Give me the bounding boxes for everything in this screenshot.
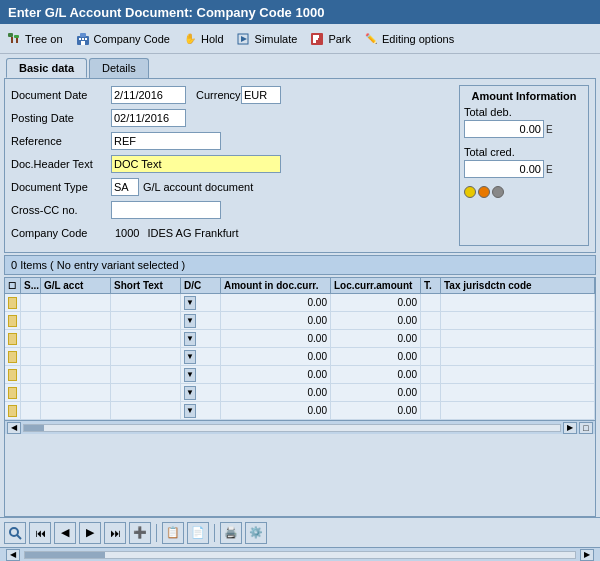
row7-dc-btn[interactable]: ▼	[184, 404, 196, 418]
row1-tax	[441, 294, 595, 311]
row4-dc[interactable]: ▼	[181, 348, 221, 365]
tab-details[interactable]: Details	[89, 58, 149, 78]
row6-dc-btn[interactable]: ▼	[184, 386, 196, 400]
total-deb-input[interactable]	[464, 120, 544, 138]
svg-marker-11	[241, 36, 247, 42]
row4-gl[interactable]	[41, 348, 111, 365]
row1-dc[interactable]: ▼	[181, 294, 221, 311]
document-date-input[interactable]	[111, 86, 186, 104]
toolbar-editing-options[interactable]: ✏️ Editing options	[363, 31, 454, 47]
park-icon	[309, 31, 325, 47]
row2-gl[interactable]	[41, 312, 111, 329]
row4-check[interactable]	[5, 348, 21, 365]
doc-header-label: Doc.Header Text	[11, 158, 111, 170]
table-row: ▼ 0.00 0.00	[5, 384, 595, 402]
btn-add[interactable]: ➕	[129, 522, 151, 544]
row7-icon	[8, 405, 17, 417]
row7-t	[421, 402, 441, 419]
row5-loc: 0.00	[331, 366, 421, 383]
scroll-left-btn[interactable]: ◀	[7, 422, 21, 434]
row3-tax	[441, 330, 595, 347]
reference-input[interactable]	[111, 132, 221, 150]
row1-gl[interactable]	[41, 294, 111, 311]
svg-rect-8	[85, 38, 87, 40]
document-type-row: Document Type G/L account document	[11, 177, 451, 197]
toolbar-hold[interactable]: ✋ Hold	[182, 31, 224, 47]
row1-check[interactable]	[5, 294, 21, 311]
row5-dc[interactable]: ▼	[181, 366, 221, 383]
hscroll-thumb[interactable]	[24, 425, 44, 431]
row1-dc-btn[interactable]: ▼	[184, 296, 196, 310]
tree-icon	[6, 31, 22, 47]
row4-t	[421, 348, 441, 365]
toolbar-park[interactable]: Park	[309, 31, 351, 47]
cross-cc-input[interactable]	[111, 201, 221, 219]
hscroll-track[interactable]	[23, 424, 561, 432]
toolbar-tree-on[interactable]: Tree on	[6, 31, 63, 47]
status-scroll-left[interactable]: ◀	[6, 549, 20, 561]
row7-tax	[441, 402, 595, 419]
btn-first[interactable]: ⏮	[29, 522, 51, 544]
table-row: ▼ 0.00 0.00	[5, 348, 595, 366]
row3-dc-btn[interactable]: ▼	[184, 332, 196, 346]
form-panel: Document Date Currency Posting Date Refe…	[4, 78, 596, 253]
row3-dc[interactable]: ▼	[181, 330, 221, 347]
btn-prev[interactable]: ◀	[54, 522, 76, 544]
posting-date-input[interactable]	[111, 109, 186, 127]
btn-copy[interactable]: 📋	[162, 522, 184, 544]
btn-search[interactable]	[4, 522, 26, 544]
row3-gl[interactable]	[41, 330, 111, 347]
row2-t	[421, 312, 441, 329]
row3-amount: 0.00	[221, 330, 331, 347]
btn-last[interactable]: ⏭	[104, 522, 126, 544]
row6-tax	[441, 384, 595, 401]
row2-dc[interactable]: ▼	[181, 312, 221, 329]
row5-gl[interactable]	[41, 366, 111, 383]
main-content: Basic data Details Document Date Currenc…	[0, 54, 600, 561]
row2-check[interactable]	[5, 312, 21, 329]
svg-point-16	[10, 528, 18, 536]
row3-check[interactable]	[5, 330, 21, 347]
toolbar-simulate[interactable]: Simulate	[236, 31, 298, 47]
row1-amount: 0.00	[221, 294, 331, 311]
tab-basic-data[interactable]: Basic data	[6, 58, 87, 78]
form-left: Document Date Currency Posting Date Refe…	[11, 85, 451, 246]
btn-next[interactable]: ▶	[79, 522, 101, 544]
row5-dc-btn[interactable]: ▼	[184, 368, 196, 382]
row2-amount: 0.00	[221, 312, 331, 329]
btn-print[interactable]: 🖨️	[220, 522, 242, 544]
row4-dc-btn[interactable]: ▼	[184, 350, 196, 364]
row2-dc-btn[interactable]: ▼	[184, 314, 196, 328]
status-scroll-right[interactable]: ▶	[580, 549, 594, 561]
row1-icon	[8, 297, 17, 309]
status-thumb[interactable]	[25, 552, 105, 558]
hold-icon: ✋	[182, 31, 198, 47]
btn-settings[interactable]: ⚙️	[245, 522, 267, 544]
total-deb-field: E	[464, 120, 584, 138]
row7-gl[interactable]	[41, 402, 111, 419]
document-type-input[interactable]	[111, 178, 139, 196]
separator2	[214, 524, 215, 542]
currency-input[interactable]	[241, 86, 281, 104]
status-hscroll[interactable]	[24, 551, 576, 559]
row6-check[interactable]	[5, 384, 21, 401]
row7-dc[interactable]: ▼	[181, 402, 221, 419]
document-type-desc: G/L account document	[139, 181, 257, 193]
toolbar-company-code[interactable]: Company Code	[75, 31, 170, 47]
svg-rect-15	[313, 38, 318, 40]
btn-paste[interactable]: 📄	[187, 522, 209, 544]
document-date-row: Document Date Currency	[11, 85, 451, 105]
title-bar: Enter G/L Account Document: Company Code…	[0, 0, 600, 24]
row6-gl[interactable]	[41, 384, 111, 401]
row6-dc[interactable]: ▼	[181, 384, 221, 401]
items-count: 0 Items ( No entry variant selected )	[11, 259, 185, 271]
row2-tax	[441, 312, 595, 329]
page-title: Enter G/L Account Document: Company Code…	[8, 5, 324, 20]
doc-header-input[interactable]	[111, 155, 281, 173]
row7-check[interactable]	[5, 402, 21, 419]
total-cred-input[interactable]	[464, 160, 544, 178]
editing-options-label: Editing options	[382, 33, 454, 45]
scroll-right-btn[interactable]: ▶	[563, 422, 577, 434]
row5-check[interactable]	[5, 366, 21, 383]
row5-amount: 0.00	[221, 366, 331, 383]
